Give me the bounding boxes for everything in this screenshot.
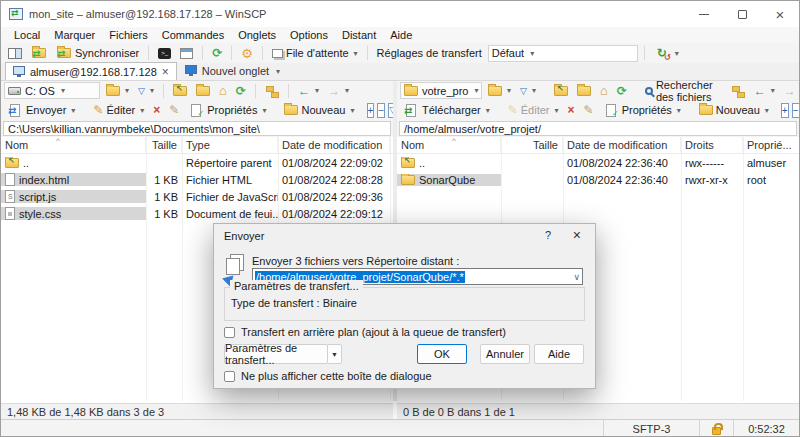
file-row-parent[interactable]: .. Répertoire parent 01/08/2024 22:09:02	[1, 154, 393, 171]
select-add-button[interactable]: +	[781, 103, 789, 118]
select-remove-button[interactable]: −	[377, 103, 385, 118]
open-session-button[interactable]	[177, 44, 196, 62]
open-terminal-button[interactable]	[155, 44, 174, 62]
synchronize-label: Synchroniser	[75, 47, 139, 59]
column-header-owner[interactable]: Proprié...	[743, 137, 799, 153]
transfer-preset-value: Défaut	[492, 47, 524, 59]
dialog-help-button[interactable]: ?	[545, 229, 551, 241]
refresh-panel-button[interactable]	[614, 82, 630, 100]
column-header-size[interactable]: Taille	[501, 137, 563, 153]
delete-button[interactable]	[150, 101, 163, 119]
encryption-cell[interactable]	[699, 420, 733, 437]
filter-button[interactable]	[135, 82, 157, 100]
protocol-cell[interactable]: SFTP-3	[603, 420, 699, 437]
root-directory-button[interactable]	[193, 82, 213, 100]
remote-path[interactable]: /home/almuser/votre_projet/	[399, 121, 797, 136]
find-files-button[interactable]: Rechercher des fichiers	[642, 82, 716, 100]
file-rights: rwx------	[681, 157, 743, 169]
column-header-size[interactable]: Taille	[146, 137, 182, 153]
menu-marquer[interactable]: Marquer	[47, 29, 102, 41]
column-header-rights[interactable]: Droits	[681, 137, 743, 153]
parent-directory-button[interactable]	[551, 82, 571, 100]
ok-button[interactable]: OK	[417, 344, 467, 364]
column-header-type[interactable]: Type	[182, 137, 278, 153]
column-header-name[interactable]: Nom	[397, 137, 501, 153]
transfer-settings-button[interactable]: Paramètres de transfert...	[224, 344, 328, 364]
dont-show-checkbox[interactable]	[224, 371, 235, 382]
upload-icon	[7, 103, 23, 118]
select-add-button[interactable]: +	[367, 103, 375, 118]
filter-button[interactable]	[517, 82, 539, 100]
properties-icon	[603, 103, 619, 118]
file-row-parent[interactable]: .. 01/08/2024 22:36:40 rwx------ almuser	[397, 154, 799, 171]
help-button[interactable]: Aide	[534, 344, 584, 364]
forward-button[interactable]	[781, 82, 800, 100]
forward-button[interactable]	[325, 82, 352, 100]
select-remove-button[interactable]: −	[792, 103, 800, 118]
menu-distant[interactable]: Distant	[335, 29, 383, 41]
menu-local[interactable]: Local	[7, 29, 47, 41]
remote-directory-select[interactable]: votre_pro	[400, 82, 482, 99]
close-button[interactable]	[761, 1, 799, 27]
file-row-script-js[interactable]: script.js 1 KB Fichier de JavaScript 01/…	[1, 188, 393, 205]
open-directory-button[interactable]	[485, 82, 514, 100]
column-header-date[interactable]: Date de modification	[563, 137, 681, 153]
download-button[interactable]: Télécharger	[400, 101, 493, 119]
file-row-sonarqube[interactable]: SonarQube 01/08/2024 22:36:40 rwxr-xr-x …	[397, 171, 799, 188]
tab-new[interactable]: Nouvel onglet	[177, 62, 288, 80]
tab-session[interactable]: almuser@192.168.17.128	[5, 62, 177, 80]
sync-browsing-button[interactable]	[28, 44, 50, 62]
folder-up-icon	[5, 158, 19, 168]
menu-fichiers[interactable]: Fichiers	[102, 29, 155, 41]
refresh-panel-button[interactable]	[233, 82, 249, 100]
rename-button[interactable]	[581, 101, 597, 119]
back-button[interactable]	[751, 82, 778, 100]
transfer-options-button[interactable]	[651, 44, 682, 62]
menu-aide[interactable]: Aide	[383, 29, 419, 41]
root-directory-button[interactable]	[574, 82, 594, 100]
tab-close-icon[interactable]	[162, 65, 169, 79]
menu-commandes[interactable]: Commandes	[155, 29, 231, 41]
file-row-style-css[interactable]: style.css 1 KB Document de feui... 01/08…	[1, 205, 393, 222]
cancel-button[interactable]: Annuler	[480, 344, 530, 364]
column-header-name[interactable]: Nom	[1, 137, 146, 153]
dialog-close-icon[interactable]	[573, 227, 581, 243]
queue-button[interactable]: File d'attente	[269, 44, 361, 62]
minimize-button[interactable]	[685, 1, 723, 27]
transfer-settings-dropdown[interactable]	[327, 344, 342, 364]
home-directory-button[interactable]	[597, 82, 611, 100]
column-header-date[interactable]: Date de modification	[278, 137, 390, 153]
maximize-button[interactable]	[723, 1, 761, 27]
properties-button[interactable]: Propriétés	[185, 101, 269, 119]
chevron-down-icon[interactable]	[573, 272, 580, 282]
panes-layout-button[interactable]	[5, 44, 25, 62]
local-path[interactable]: C:\Users\killian.vanruymbeke\Documents\m…	[3, 121, 391, 136]
preferences-button[interactable]	[238, 44, 256, 62]
background-transfer-checkbox[interactable]	[224, 327, 235, 338]
tab-new-label: Nouvel onglet	[202, 65, 269, 77]
edit-button[interactable]: Éditer	[90, 101, 147, 119]
new-button[interactable]: Nouveau	[281, 101, 357, 119]
open-directory-button[interactable]	[103, 82, 132, 100]
directory-tree-button[interactable]	[728, 82, 748, 100]
synchronize-button[interactable]: Synchroniser	[53, 44, 142, 62]
file-row-index-html[interactable]: index.html 1 KB Fichier HTML 01/08/2024 …	[1, 171, 393, 188]
file-owner: almuser	[743, 157, 799, 169]
directory-tree-button[interactable]	[262, 82, 282, 100]
parent-directory-button[interactable]	[170, 82, 190, 100]
remote-status-text: 0 B de 0 B dans 1 de 1	[403, 406, 515, 418]
file-date: 01/08/2024 22:09:02	[278, 157, 390, 169]
delete-button[interactable]	[565, 101, 578, 119]
drive-select[interactable]: C: OS	[4, 82, 100, 99]
home-directory-button[interactable]	[216, 82, 230, 100]
home-icon	[600, 83, 608, 98]
new-button[interactable]: Nouveau	[696, 101, 772, 119]
upload-button[interactable]: Envoyer	[4, 101, 78, 119]
refresh-button[interactable]	[209, 44, 225, 62]
back-button[interactable]	[295, 82, 322, 100]
menu-options[interactable]: Options	[283, 29, 335, 41]
transfer-preset-select[interactable]: Défaut	[488, 45, 638, 62]
properties-button[interactable]: Propriétés	[600, 101, 684, 119]
menu-onglets[interactable]: Onglets	[231, 29, 283, 41]
rename-button[interactable]	[166, 101, 182, 119]
